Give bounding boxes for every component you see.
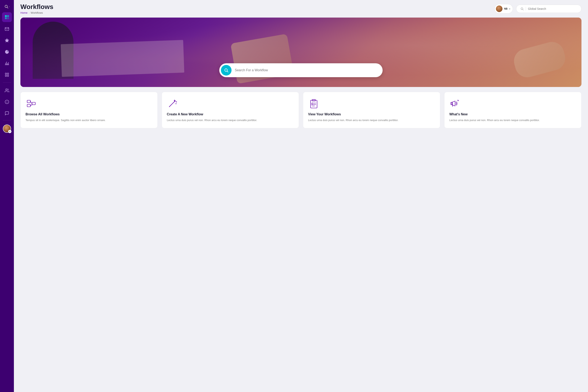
global-search-bar[interactable]	[516, 5, 582, 13]
svg-rect-40	[310, 100, 317, 108]
browse-workflows-title: Browse All Workflows	[26, 112, 152, 116]
sidebar-search-toggle[interactable]: ›	[0, 2, 14, 10]
sidebar-item-info[interactable]	[2, 97, 12, 107]
svg-line-21	[523, 10, 524, 10]
card-create-workflow[interactable]: Create A New Workflow Lectus urna duis p…	[162, 92, 299, 128]
svg-rect-3	[7, 15, 9, 17]
user-dropdown-chevron-icon: ▾	[509, 8, 510, 10]
svg-rect-2	[5, 15, 7, 17]
breadcrumb-separator: ›	[29, 12, 30, 14]
whats-new-icon	[449, 98, 461, 109]
main-content: Workflows Home › Workflows NB ▾	[14, 0, 588, 392]
svg-line-1	[7, 7, 8, 8]
browse-workflows-desc: Tempus sit in elit scelerisque. Sagittis…	[26, 118, 152, 122]
sidebar-item-inbox[interactable]	[2, 24, 12, 34]
create-workflow-desc: Lectus urna duis purus vel non. Rhon arc…	[167, 118, 294, 122]
card-browse-workflows[interactable]: Browse All Workflows Tempus sit in elit …	[20, 92, 158, 128]
svg-point-39	[174, 100, 176, 102]
svg-rect-25	[27, 104, 30, 107]
svg-point-27	[30, 101, 31, 102]
hero-search-bar[interactable]	[219, 63, 382, 77]
sidebar-bottom: ⚙	[3, 124, 11, 133]
view-workflows-desc: Lectus urna duis purus vel non. Rhon arc…	[308, 118, 435, 122]
svg-rect-13	[7, 73, 8, 74]
svg-rect-15	[7, 75, 8, 76]
svg-line-38	[176, 104, 176, 104]
global-search-input[interactable]	[528, 7, 577, 10]
sidebar-divider	[3, 82, 11, 83]
sidebar-bottom-divider	[3, 120, 11, 120]
card-whats-new[interactable]: What's New Lectus urna duis purus vel no…	[444, 92, 582, 128]
hero-search-button[interactable]	[221, 65, 232, 76]
breadcrumb: Home › Workflows	[20, 11, 53, 14]
header-right: NB ▾	[494, 4, 582, 14]
sidebar-item-favorites[interactable]	[2, 36, 12, 45]
svg-marker-6	[5, 38, 9, 42]
page-title: Workflows	[20, 3, 53, 10]
search-divider	[526, 7, 526, 10]
cards-grid: Browse All Workflows Tempus sit in elit …	[20, 92, 582, 128]
create-workflow-title: Create A New Workflow	[167, 112, 294, 116]
sidebar-item-analytics[interactable]	[2, 58, 12, 68]
whats-new-title: What's New	[449, 112, 576, 116]
sidebar-item-chat[interactable]	[2, 108, 12, 118]
svg-line-23	[227, 71, 228, 72]
svg-rect-24	[27, 100, 30, 103]
sidebar-item-kanban[interactable]	[2, 70, 12, 80]
expand-arrow-icon: ›	[9, 6, 10, 8]
svg-rect-26	[32, 102, 35, 105]
user-badge-avatar	[496, 6, 502, 12]
svg-rect-4	[5, 17, 7, 19]
breadcrumb-current: Workflows	[30, 11, 43, 14]
hero-search-container	[20, 18, 582, 87]
svg-rect-5	[7, 17, 9, 19]
header-left: Workflows Home › Workflows	[20, 3, 53, 14]
view-workflows-title: View Your Workflows	[308, 112, 435, 116]
settings-gear-icon: ⚙	[8, 130, 12, 133]
page-header: Workflows Home › Workflows NB ▾	[14, 0, 588, 16]
svg-rect-12	[5, 73, 6, 74]
hero-banner	[20, 18, 582, 87]
user-badge-button[interactable]: NB ▾	[494, 4, 513, 14]
card-view-workflows[interactable]: View Your Workflows Lectus urna duis pur…	[303, 92, 440, 128]
view-workflows-icon	[308, 98, 320, 109]
global-search-icon	[520, 7, 524, 10]
sidebar-item-reports[interactable]	[2, 47, 12, 57]
browse-workflows-icon	[26, 98, 37, 109]
user-initials: NB	[504, 7, 508, 10]
breadcrumb-home-link[interactable]: Home	[20, 11, 28, 14]
svg-point-16	[6, 89, 7, 90]
svg-rect-14	[5, 75, 6, 76]
whats-new-desc: Lectus urna duis purus vel non. Rhon arc…	[449, 118, 576, 122]
sidebar-item-home[interactable]	[2, 12, 12, 22]
sidebar-nav: ›	[0, 2, 14, 118]
sidebar-item-people[interactable]	[2, 86, 12, 95]
sidebar: ›	[0, 0, 14, 392]
user-profile-button[interactable]: ⚙	[3, 124, 11, 133]
hero-search-input[interactable]	[232, 68, 381, 72]
svg-line-31	[169, 102, 174, 107]
create-workflow-icon	[167, 98, 178, 109]
svg-point-28	[30, 105, 31, 106]
